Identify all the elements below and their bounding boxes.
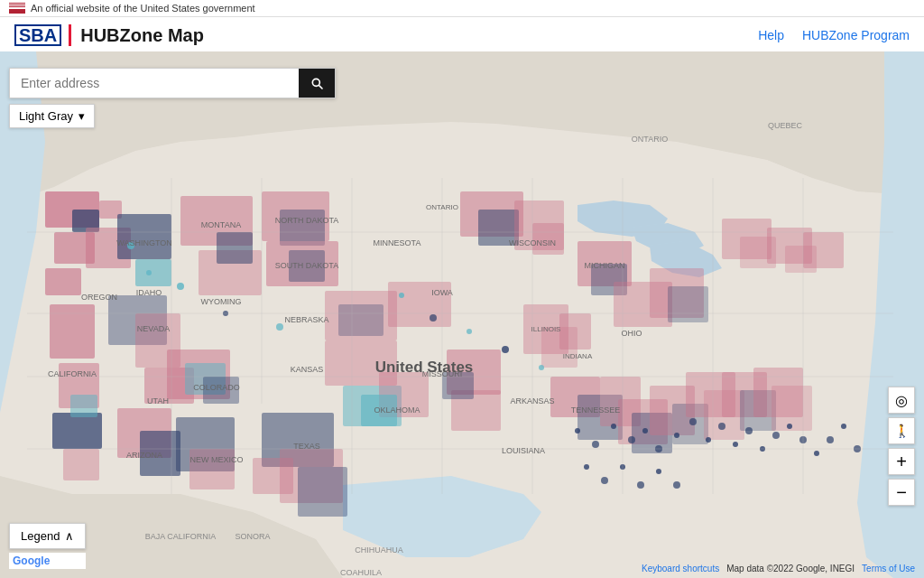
svg-point-81 <box>430 314 437 322</box>
page-title: HUBZone Map <box>80 25 204 46</box>
svg-point-87 <box>611 424 616 429</box>
svg-rect-8 <box>135 259 171 286</box>
svg-text:TENNESSEE: TENNESSEE <box>571 406 621 415</box>
svg-point-101 <box>814 451 819 456</box>
svg-text:UTAH: UTAH <box>147 396 169 406</box>
svg-text:INDIANA: INDIANA <box>563 352 593 360</box>
address-search-input[interactable] <box>10 69 299 98</box>
map-container[interactable]: WASHINGTON OREGON CALIFORNIA NEVADA IDAH… <box>0 51 924 578</box>
svg-text:NEVADA: NEVADA <box>137 324 170 333</box>
svg-text:KANSAS: KANSAS <box>291 365 324 374</box>
svg-rect-45 <box>253 458 293 494</box>
svg-rect-5 <box>45 268 81 295</box>
main-header: SBA HUBZone Map Help HUBZone Program <box>0 17 924 54</box>
zoom-out-button[interactable]: − <box>888 479 915 506</box>
bottom-left-controls: Legend ∧ Google <box>9 523 86 569</box>
search-button[interactable] <box>299 69 335 98</box>
svg-text:OREGON: OREGON <box>81 293 117 302</box>
map-footer: Keyboard shortcuts Map data ©2022 Google… <box>642 564 915 573</box>
svg-text:CHIHUAHUA: CHIHUAHUA <box>355 545 403 555</box>
svg-text:TEXAS: TEXAS <box>293 442 320 451</box>
map-style-dropdown[interactable]: Light Gray ▾ <box>9 104 95 128</box>
svg-point-109 <box>656 469 661 474</box>
chevron-up-icon: ∧ <box>65 529 74 543</box>
svg-text:CALIFORNIA: CALIFORNIA <box>48 369 97 378</box>
svg-text:BAJA CALIFORNIA: BAJA CALIFORNIA <box>145 532 217 541</box>
svg-text:ARKANSAS: ARKANSAS <box>510 396 554 406</box>
street-view-button[interactable]: 🚶 <box>888 417 915 444</box>
search-icon <box>310 76 324 90</box>
svg-point-77 <box>177 283 184 290</box>
terms-of-use-link[interactable]: Terms of Use <box>862 564 915 573</box>
svg-point-79 <box>276 323 283 331</box>
svg-point-84 <box>539 365 544 370</box>
svg-point-91 <box>674 433 679 438</box>
svg-text:MICHIGAN: MICHIGAN <box>585 261 625 270</box>
chevron-down-icon: ▾ <box>79 109 85 123</box>
sba-line-icon <box>69 24 71 46</box>
person-icon: 🚶 <box>894 424 910 438</box>
keyboard-shortcuts-link[interactable]: Keyboard shortcuts <box>642 564 719 573</box>
svg-rect-28 <box>280 210 325 246</box>
svg-rect-37 <box>338 304 383 336</box>
svg-point-98 <box>772 432 780 439</box>
svg-point-103 <box>841 424 846 429</box>
svg-point-95 <box>733 442 738 447</box>
sba-logo: SBA HUBZone Map <box>14 24 204 46</box>
svg-point-76 <box>146 270 152 275</box>
svg-text:ONTARIO: ONTARIO <box>426 203 458 211</box>
us-flag-icon <box>9 3 25 14</box>
svg-text:IOWA: IOWA <box>431 288 453 297</box>
svg-text:NEW MEXICO: NEW MEXICO <box>189 455 243 464</box>
location-button[interactable]: ◎ <box>888 387 915 414</box>
svg-text:ILLINOIS: ILLINOIS <box>531 325 561 333</box>
svg-rect-7 <box>117 214 171 259</box>
gov-banner: An official website of the United States… <box>0 0 924 17</box>
map-style-label: Light Gray <box>19 109 73 123</box>
svg-text:COAHUILA: COAHUILA <box>340 568 382 577</box>
search-input-row <box>9 68 336 98</box>
svg-rect-16 <box>70 395 97 417</box>
svg-rect-14 <box>52 413 102 449</box>
svg-point-99 <box>787 424 792 429</box>
svg-text:NORTH DAKOTA: NORTH DAKOTA <box>275 216 339 225</box>
svg-point-93 <box>706 437 711 443</box>
location-icon: ◎ <box>895 392 908 409</box>
svg-text:SONORA: SONORA <box>235 532 270 541</box>
svg-text:NEBRASKA: NEBRASKA <box>284 315 328 324</box>
google-logo: Google <box>9 553 86 569</box>
svg-rect-51 <box>559 313 591 350</box>
svg-rect-74 <box>772 386 812 431</box>
svg-text:QUEBEC: QUEBEC <box>768 121 803 130</box>
svg-text:MINNESOTA: MINNESOTA <box>374 238 421 247</box>
legend-button[interactable]: Legend ∧ <box>9 523 86 549</box>
zoom-in-button[interactable]: + <box>888 448 915 475</box>
map-data-attribution: Map data ©2022 Google, INEGI <box>726 564 855 573</box>
svg-point-96 <box>745 427 753 434</box>
svg-point-106 <box>601 477 608 484</box>
svg-text:MONTANA: MONTANA <box>201 220 241 229</box>
svg-point-110 <box>673 481 680 489</box>
svg-text:OKLAHOMA: OKLAHOMA <box>374 406 420 415</box>
svg-text:WISCONSIN: WISCONSIN <box>509 238 556 247</box>
svg-point-89 <box>642 428 648 434</box>
svg-text:WASHINGTON: WASHINGTON <box>116 238 172 247</box>
svg-point-85 <box>575 428 580 434</box>
svg-rect-15 <box>63 449 99 480</box>
svg-point-83 <box>502 346 509 353</box>
hubzone-program-link[interactable]: HUBZone Program <box>802 28 910 42</box>
svg-point-82 <box>467 329 472 334</box>
svg-rect-12 <box>50 304 95 359</box>
map-svg: WASHINGTON OREGON CALIFORNIA NEVADA IDAH… <box>0 51 924 578</box>
help-link[interactable]: Help <box>758 28 784 42</box>
svg-point-94 <box>718 423 725 430</box>
svg-rect-44 <box>298 467 347 517</box>
svg-text:IDAHO: IDAHO <box>136 288 162 297</box>
svg-rect-61 <box>803 232 844 268</box>
search-bar: Light Gray ▾ <box>9 68 336 128</box>
logo-area: SBA HUBZone Map <box>14 24 204 46</box>
svg-text:ARIZONA: ARIZONA <box>126 451 162 460</box>
svg-point-105 <box>584 464 589 470</box>
svg-text:LOUISIANA: LOUISIANA <box>502 446 545 455</box>
svg-text:OHIO: OHIO <box>621 329 642 338</box>
